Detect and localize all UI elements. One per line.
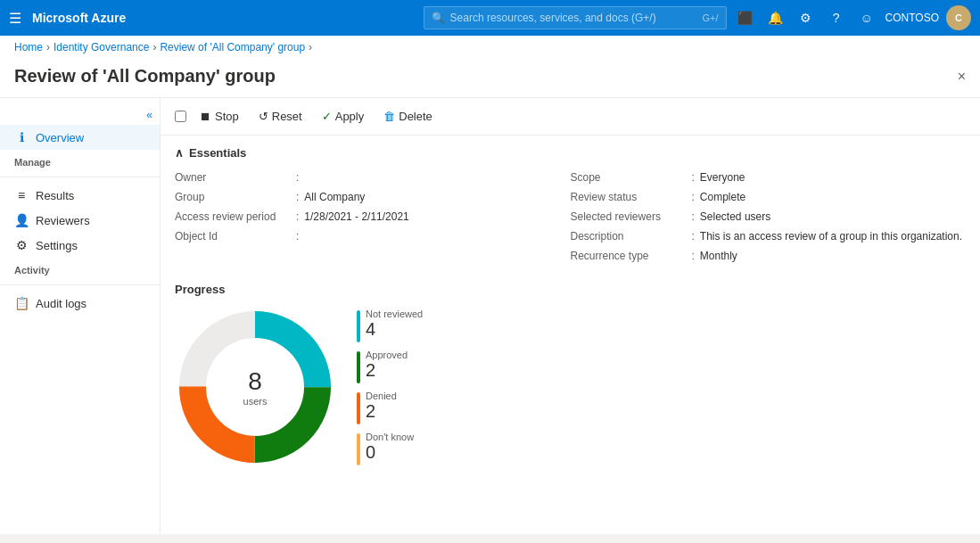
description-value: This is an access review of a group in t… [700, 230, 962, 243]
sidebar-audit-logs-label: Audit logs [36, 297, 86, 310]
breadcrumb-end-sep: › [309, 41, 312, 53]
delete-button[interactable]: 🗑 Delete [375, 105, 441, 128]
reset-button[interactable]: ↺ Reset [251, 105, 310, 128]
help-icon[interactable]: ? [825, 6, 848, 29]
search-input[interactable] [450, 12, 697, 24]
progress-title: Progress [175, 283, 966, 296]
feedback-icon[interactable]: ☺ [855, 6, 878, 29]
reset-icon: ↺ [259, 110, 268, 123]
apply-button[interactable]: ✓ Apply [314, 105, 373, 128]
breadcrumb-current[interactable]: Review of 'All Company' group [160, 41, 305, 53]
breadcrumb-sep-1: › [46, 41, 50, 53]
reviewstatus-label: Review status [571, 191, 687, 203]
stop-checkbox[interactable] [175, 111, 186, 122]
hamburger-icon[interactable]: ☰ [9, 10, 21, 27]
selectedreviewers-value: Selected users [700, 210, 770, 223]
sidebar-item-reviewers[interactable]: 👤 Reviewers [0, 208, 160, 233]
scope-label: Scope [571, 171, 687, 184]
stop-button[interactable]: ⏹ Stop [192, 105, 247, 128]
chart-legend: Not reviewed 4 Approved 2 [357, 309, 423, 465]
essentials-left-col: Owner : Group : All Company Access revie… [175, 169, 571, 265]
breadcrumb-identity-governance[interactable]: Identity Governance [54, 41, 149, 53]
dont-know-text: Don't know 0 [366, 432, 414, 462]
toolbar: ⏹ Stop ↺ Reset ✓ Apply 🗑 Delete [161, 98, 980, 136]
essentials-title: Essentials [189, 146, 246, 160]
sidebar-collapse-button[interactable]: « [0, 105, 160, 125]
close-button[interactable]: × [958, 69, 966, 85]
page-title: Review of 'All Company' group [14, 66, 276, 86]
selectedreviewers-label: Selected reviewers [571, 210, 687, 223]
overview-icon: ℹ [14, 130, 29, 144]
essentials-recurrence-row: Recurrence type : Monthly [571, 247, 967, 265]
search-bar[interactable]: 🔍 G+/ [424, 6, 727, 29]
apply-icon: ✓ [322, 110, 332, 123]
stop-icon: ⏹ [200, 110, 211, 123]
essentials-scope-row: Scope : Everyone [571, 169, 967, 186]
essentials-header[interactable]: ∧ Essentials [175, 146, 966, 160]
essentials-selectedreviewers-row: Selected reviewers : Selected users [571, 208, 967, 226]
essentials-right-col: Scope : Everyone Review status : Complet… [571, 169, 967, 265]
essentials-group-row: Group : All Company [175, 188, 571, 206]
not-reviewed-value: 4 [366, 319, 423, 339]
period-sep: : [296, 210, 299, 223]
sidebar-item-audit-logs[interactable]: 📋 Audit logs [0, 291, 160, 316]
essentials-objectid-row: Object Id : [175, 227, 571, 245]
sidebar-item-overview[interactable]: ℹ Overview [0, 125, 160, 150]
not-reviewed-bar [357, 310, 360, 342]
search-icon: 🔍 [432, 12, 445, 24]
breadcrumb-home[interactable]: Home [14, 41, 43, 53]
owner-label: Owner [175, 171, 291, 184]
settings-icon[interactable]: ⚙ [795, 6, 818, 29]
audit-logs-icon: 📋 [14, 296, 29, 310]
results-icon: ≡ [14, 188, 29, 202]
sidebar-manage-section: Manage [0, 150, 160, 171]
essentials-reviewstatus-row: Review status : Complete [571, 188, 967, 206]
group-label: Group [175, 191, 291, 203]
approved-label: Approved [366, 350, 408, 360]
donut-chart: 8users [175, 307, 335, 467]
donut-users-label: users [243, 396, 268, 407]
notifications-icon[interactable]: 🔔 [764, 6, 787, 29]
breadcrumb-sep-2: › [152, 41, 156, 53]
sidebar-settings-icon: ⚙ [14, 238, 29, 252]
owner-sep: : [296, 171, 299, 184]
page-header: Review of 'All Company' group × [0, 59, 980, 98]
legend-denied: Denied 2 [357, 391, 423, 424]
sidebar-divider-2 [0, 284, 160, 285]
sidebar-overview-label: Overview [36, 131, 84, 144]
group-value: All Company [304, 191, 365, 203]
content-area: ⏹ Stop ↺ Reset ✓ Apply 🗑 Delete ∧ Essent… [161, 98, 980, 534]
essentials-chevron-icon: ∧ [175, 146, 184, 160]
cloud-shell-icon[interactable]: ️⬛ [734, 6, 757, 29]
recurrence-label: Recurrence type [571, 250, 687, 262]
breadcrumb: Home › Identity Governance › Review of '… [0, 36, 980, 59]
reset-label: Reset [272, 110, 302, 123]
nav-icons: ️⬛ 🔔 ⚙ ? ☺ CONTOSO C [734, 5, 971, 30]
sidebar-settings-label: Settings [36, 239, 78, 252]
dont-know-value: 0 [366, 442, 414, 462]
delete-icon: 🗑 [383, 110, 395, 123]
essentials-owner-row: Owner : [175, 169, 571, 186]
approved-bar [357, 351, 360, 383]
progress-section: Progress [161, 276, 980, 481]
sidebar-results-label: Results [36, 189, 74, 202]
approved-text: Approved 2 [366, 350, 408, 380]
reviewstatus-sep: : [692, 191, 695, 203]
legend-dont-know: Don't know 0 [357, 432, 423, 465]
sidebar-item-results[interactable]: ≡ Results [0, 183, 160, 208]
denied-bar [357, 392, 360, 424]
essentials-grid: Owner : Group : All Company Access revie… [175, 169, 966, 265]
approved-value: 2 [366, 360, 408, 380]
essentials-section: ∧ Essentials Owner : Group : All Company [161, 136, 980, 276]
denied-label: Denied [366, 391, 397, 401]
period-label: Access review period [175, 210, 291, 223]
objectid-label: Object Id [175, 230, 291, 243]
dont-know-bar [357, 433, 360, 465]
scope-sep: : [692, 171, 695, 184]
sidebar-item-settings[interactable]: ⚙ Settings [0, 233, 160, 258]
not-reviewed-text: Not reviewed 4 [366, 309, 423, 339]
avatar[interactable]: C [946, 5, 971, 30]
sidebar-divider-1 [0, 177, 160, 177]
donut-total: 8 [248, 367, 262, 395]
denied-text: Denied 2 [366, 391, 397, 421]
